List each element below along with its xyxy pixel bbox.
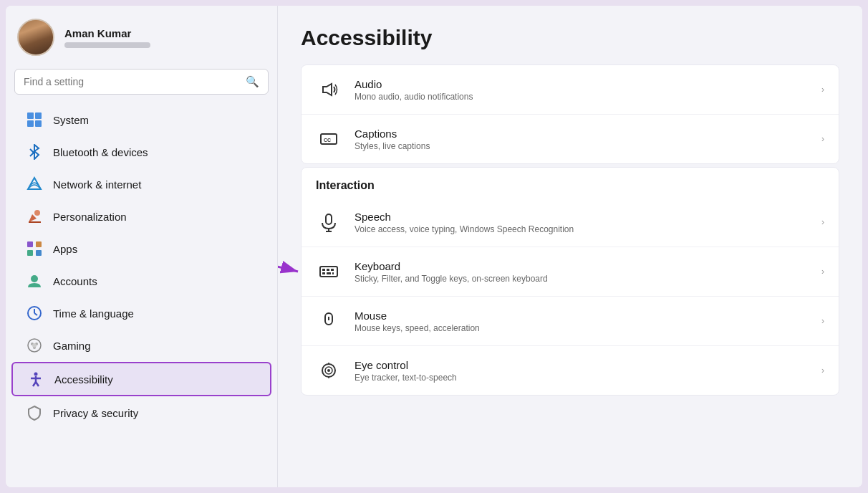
captions-desc: Styles, live captions [355,141,430,151]
svg-rect-9 [27,250,33,256]
eye-control-chevron: › [821,365,824,375]
svg-line-24 [36,382,39,386]
audio-icon [316,77,342,102]
search-icon: 🔍 [246,75,259,88]
interaction-header: Interaction [302,168,839,198]
sidebar-item-label-apps: Apps [53,243,77,255]
sidebar-item-label-bluetooth: Bluetooth & devices [53,146,148,158]
sidebar-item-label-accessibility: Accessibility [54,373,113,386]
sidebar-item-network[interactable]: Network & internet [11,168,271,200]
user-profile[interactable]: Aman Kumar [6,6,277,66]
keyboard-item[interactable]: Keyboard Sticky, Filter, and Toggle keys… [302,247,839,297]
captions-text: Captions Styles, live captions [355,128,430,151]
eye-control-desc: Eye tracker, text-to-speech [355,373,457,383]
svg-rect-3 [35,120,42,127]
svg-rect-2 [27,120,34,127]
apps-icon [26,240,43,257]
mouse-item[interactable]: Mouse Mouse keys, speed, acceleration › [302,297,839,346]
svg-rect-34 [331,269,334,271]
sidebar-item-personalization[interactable]: Personalization [11,201,271,232]
sidebar-item-apps[interactable]: Apps [11,233,271,264]
svg-point-5 [34,210,40,216]
audio-title: Audio [355,78,473,90]
mouse-desc: Mouse keys, speed, acceleration [355,323,480,333]
sidebar-item-accessibility[interactable]: Accessibility [11,362,271,396]
svg-rect-32 [322,269,325,271]
svg-rect-33 [327,269,329,271]
svg-rect-0 [27,113,34,119]
speech-item[interactable]: Speech Voice access, voice typing, Windo… [302,198,839,247]
page-title: Accessibility [301,26,839,50]
sidebar-item-gaming[interactable]: Gaming [11,330,271,361]
keyboard-icon [316,259,342,284]
speech-title: Speech [355,211,574,223]
svg-line-14 [34,313,37,315]
user-info: Aman Kumar [64,27,150,48]
svg-point-42 [327,369,330,372]
user-email-bar [64,42,150,48]
sidebar-item-label-network: Network & internet [53,178,141,191]
search-input[interactable] [24,76,240,87]
main-content: Accessibility Audio Mono audio, audio no… [278,6,862,487]
privacy-icon [26,404,43,421]
sidebar-item-label-gaming: Gaming [53,340,91,352]
svg-rect-7 [27,241,33,247]
sidebar: Aman Kumar 🔍 System [6,6,278,487]
vision-card: Audio Mono audio, audio notifications › … [301,64,839,164]
mouse-text: Mouse Mouse keys, speed, acceleration [355,310,480,333]
keyboard-title: Keyboard [355,260,548,272]
nav-list: System Bluetooth & devices [6,100,277,432]
audio-desc: Mono audio, audio notifications [355,92,473,102]
svg-point-11 [31,275,38,282]
arrow-annotation [278,257,305,286]
svg-rect-27 [326,214,332,224]
gaming-icon [26,337,43,354]
sidebar-item-accounts[interactable]: Accounts [11,265,271,297]
svg-rect-37 [332,272,334,274]
search-box[interactable]: 🔍 [14,69,269,95]
mouse-title: Mouse [355,310,480,322]
keyboard-chevron: › [821,267,824,277]
svg-rect-35 [322,272,325,274]
sidebar-item-bluetooth[interactable]: Bluetooth & devices [11,136,271,168]
svg-point-19 [32,343,37,348]
audio-text: Audio Mono audio, audio notifications [355,78,473,102]
audio-chevron: › [821,85,824,95]
bluetooth-icon [26,143,43,161]
eye-control-icon [316,358,342,383]
captions-chevron: › [821,134,824,144]
mouse-icon [316,308,342,334]
keyboard-text: Keyboard Sticky, Filter, and Toggle keys… [355,260,548,284]
speech-text: Speech Voice access, voice typing, Windo… [355,211,574,234]
eye-control-title: Eye control [355,359,457,371]
sidebar-item-label-system: System [53,114,89,126]
sidebar-item-label-privacy: Privacy & security [53,407,138,419]
speech-desc: Voice access, voice typing, Windows Spee… [355,224,574,234]
eye-control-item[interactable]: Eye control Eye tracker, text-to-speech … [302,346,839,395]
speech-chevron: › [821,217,824,227]
sidebar-item-system[interactable]: System [11,104,271,135]
keyboard-desc: Sticky, Filter, and Toggle keys, on-scre… [355,274,548,284]
interaction-card: Interaction Speech Voice access, voice t… [301,167,839,396]
system-icon [26,111,43,128]
speech-icon [316,209,342,235]
audio-item[interactable]: Audio Mono audio, audio notifications › [302,65,839,115]
captions-icon: CC [316,126,342,152]
sidebar-item-privacy[interactable]: Privacy & security [11,397,271,429]
network-icon [26,176,43,193]
sidebar-item-label-personalization: Personalization [53,211,127,223]
captions-item[interactable]: CC Captions Styles, live captions › [302,115,839,163]
svg-rect-10 [36,250,42,256]
time-icon [26,305,43,322]
personalization-icon [26,208,43,225]
svg-text:CC: CC [324,138,331,143]
sidebar-item-label-time: Time & language [53,307,134,320]
accounts-icon [26,272,43,289]
accessibility-icon [27,370,44,388]
avatar [17,19,54,56]
svg-rect-8 [36,241,42,247]
svg-point-20 [34,373,38,376]
svg-rect-1 [35,113,42,119]
sidebar-item-label-accounts: Accounts [53,275,97,287]
sidebar-item-time[interactable]: Time & language [11,297,271,329]
